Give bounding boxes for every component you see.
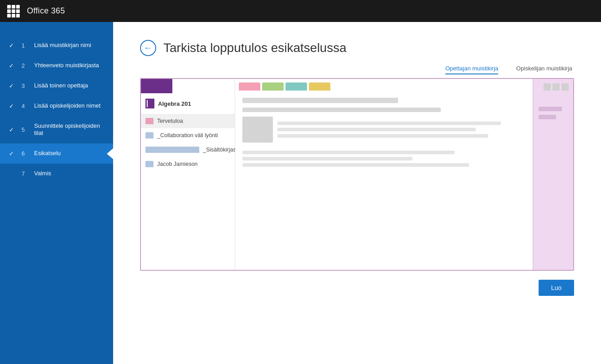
nb-section-1[interactable]: _Collaboration väli lyönti	[141, 128, 235, 143]
check-icon-1: ✓	[9, 42, 17, 49]
notebook-main	[235, 79, 533, 270]
nb-tabs-bar	[235, 79, 533, 91]
section-icon-collab	[145, 132, 154, 139]
sidebar-label-5: Suunnittele opiskelijoiden tilat	[34, 122, 104, 138]
section-icon-student	[145, 161, 154, 167]
nb-tab-yellow[interactable]	[309, 82, 330, 91]
nb-image-placeholder	[242, 117, 273, 143]
nb-header-purple	[141, 79, 172, 93]
nb-title-row: Algebra 201	[141, 93, 235, 114]
sidebar-item-7[interactable]: 7 Valmis	[0, 164, 113, 184]
sidebar-item-4[interactable]: ✓ 4 Lisää opiskelijoiden nimet	[0, 96, 113, 116]
nb-page-content	[235, 91, 533, 270]
nb-content-block	[242, 117, 526, 143]
back-button[interactable]: ←	[140, 40, 156, 56]
nb-section-3[interactable]: Jacob Jamieson	[141, 157, 235, 171]
ctrl-btn-2[interactable]	[553, 83, 560, 91]
student-line-1	[539, 107, 562, 111]
nb-line-3	[277, 134, 488, 138]
nb-line-1	[277, 121, 501, 125]
sidebar-label-4: Lisää opiskelijoiden nimet	[34, 102, 101, 110]
back-arrow-icon: ←	[144, 44, 152, 52]
notebook-preview: Algebra 201 Tervetuloa _Collaboration vä…	[140, 78, 574, 271]
nb-tab-pink[interactable]	[239, 82, 260, 91]
ctrl-btn-1[interactable]	[544, 83, 551, 91]
nb-extra-lines	[242, 151, 526, 167]
nb-title-line	[242, 98, 398, 103]
topbar: Office 365	[0, 0, 601, 22]
notebook-sidebar: Algebra 201 Tervetuloa _Collaboration vä…	[141, 79, 235, 270]
nb-section-2[interactable]: _Sisältökirjasto	[141, 143, 235, 157]
sidebar-label-3: Lisää toinen opettaja	[34, 82, 88, 90]
tabs-row: Opettajan muistikirja Opiskelijan muisti…	[140, 65, 574, 78]
sidebar-item-2[interactable]: ✓ 2 Yhteenveto muistikirjasta	[0, 56, 113, 76]
tab-student[interactable]: Opiskelijan muistikirja	[516, 65, 572, 74]
tab-teacher[interactable]: Opettajan muistikirja	[445, 65, 498, 74]
page-header: ← Tarkista lopputulos esikatselussa	[140, 22, 574, 65]
nb-text-lines-col	[277, 117, 526, 143]
sidebar-item-5[interactable]: ✓ 5 Suunnittele opiskelijoiden tilat	[0, 116, 113, 144]
section-label-1: _Collaboration väli lyönti	[157, 132, 218, 139]
notebook-title: Algebra 201	[158, 100, 191, 107]
student-line-2	[539, 115, 556, 119]
sidebar-item-1[interactable]: ✓ 1 Lisää muistikirjan nimi	[0, 35, 113, 56]
create-button[interactable]: Luo	[539, 280, 574, 296]
preview-controls	[544, 83, 569, 91]
main-layout: ✓ 1 Lisää muistikirjan nimi ✓ 2 Yhteenve…	[0, 22, 601, 364]
sidebar-label-6: Esikatselu	[34, 150, 61, 157]
bottom-bar: Luo	[140, 271, 574, 309]
sidebar-item-6[interactable]: ✓ 6 Esikatselu	[0, 143, 113, 164]
nb-extra-line-2	[242, 157, 412, 160]
waffle-icon[interactable]	[7, 5, 20, 17]
notebook-book-icon	[145, 99, 154, 108]
section-label-0: Tervetuloa	[157, 118, 183, 124]
app-title: Office 365	[27, 6, 65, 16]
sidebar-label-7: Valmis	[34, 170, 51, 178]
page-title: Tarkista lopputulos esikatselussa	[163, 41, 347, 55]
check-icon-4: ✓	[9, 103, 17, 109]
nb-tab-teal[interactable]	[285, 82, 307, 91]
nb-tab-green[interactable]	[262, 82, 284, 91]
check-icon-2: ✓	[9, 62, 17, 69]
ctrl-btn-3[interactable]	[562, 83, 569, 91]
check-icon-6: ✓	[9, 150, 17, 157]
sidebar-item-3[interactable]: ✓ 3 Lisää toinen opettaja	[0, 76, 113, 96]
nb-subtitle-line	[242, 108, 441, 112]
content-area: ← Tarkista lopputulos esikatselussa Opet…	[113, 22, 601, 364]
nb-line-2	[277, 128, 476, 131]
sidebar-label-1: Lisää muistikirjan nimi	[34, 42, 91, 49]
section-icon-content	[145, 147, 199, 153]
nb-section-0[interactable]: Tervetuloa	[141, 114, 235, 128]
nb-student-panel	[533, 79, 573, 270]
nb-extra-line-1	[242, 151, 455, 154]
sidebar: ✓ 1 Lisää muistikirjan nimi ✓ 2 Yhteenve…	[0, 22, 113, 364]
check-icon-5: ✓	[9, 126, 17, 133]
section-icon-tervetuloa	[145, 118, 154, 124]
section-label-3: Jacob Jamieson	[157, 161, 197, 167]
sidebar-label-2: Yhteenveto muistikirjasta	[34, 62, 99, 69]
nb-extra-line-3	[242, 163, 469, 167]
check-icon-3: ✓	[9, 82, 17, 89]
